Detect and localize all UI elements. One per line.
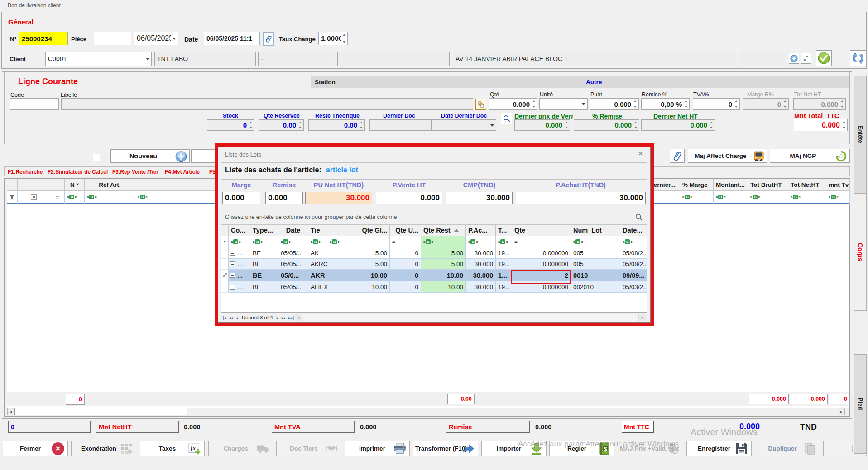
lots-grid-cell[interactable]: 05/05/...	[278, 259, 308, 270]
lots-grid-cell[interactable]: BE	[250, 248, 278, 259]
nav-prev-icon[interactable]: ◂	[236, 315, 238, 320]
main-grid-header[interactable]: mnt Tva	[826, 179, 850, 191]
lots-grid-header[interactable]: Date...	[620, 225, 647, 236]
lot-field-value[interactable]: 30.000	[446, 192, 513, 204]
attach-line-button[interactable]	[670, 149, 685, 163]
lots-grid-cell[interactable]: BE	[250, 270, 278, 281]
lots-grid-cell[interactable]: 30.000	[466, 270, 496, 281]
lots-grid-header[interactable]: Date	[278, 225, 308, 236]
lots-grid-cell[interactable]: 19...	[496, 281, 512, 293]
toolbar-button-fermer[interactable]: Fermer×	[3, 441, 68, 456]
lots-grid-cell[interactable]: 0.000000	[512, 259, 571, 270]
tab-general[interactable]: Géneral	[4, 14, 38, 29]
expand-icon[interactable]	[230, 285, 235, 290]
lots-grid-cell[interactable]: 30.000	[466, 248, 496, 259]
unite-field[interactable]	[539, 98, 588, 110]
lots-grid-cell[interactable]: 0	[390, 248, 421, 259]
lots-grid-cell[interactable]: 005	[571, 259, 620, 270]
lots-grid-filter-cell[interactable]: aBc	[620, 236, 647, 248]
nav-first-icon[interactable]: |◂	[223, 315, 226, 320]
datetime-field[interactable]: 06/05/2025 11:1	[204, 32, 260, 45]
scroll-thumb[interactable]	[14, 408, 187, 415]
expand-icon[interactable]	[230, 251, 235, 256]
lots-grid-filter-cell[interactable]: aBc	[250, 236, 278, 248]
lots-grid-cell[interactable]: 5.00	[421, 248, 466, 259]
lots-grid-header[interactable]: Num_Lot	[571, 225, 620, 236]
lots-grid-cell[interactable]: 10.00	[421, 270, 466, 281]
lots-grid-header[interactable]: Co...	[229, 225, 250, 236]
tva-field[interactable]: 0	[693, 98, 740, 110]
tab-pied[interactable]: Pied	[854, 354, 867, 454]
toolbar-button-regler[interactable]: Regler$	[549, 441, 614, 456]
lots-article-link[interactable]: article lot	[326, 166, 358, 174]
spinner[interactable]	[633, 100, 638, 109]
main-grid-filter-cell[interactable]	[18, 191, 50, 204]
num-field[interactable]: 25000234	[19, 32, 68, 45]
tab-corps[interactable]: Corps	[854, 193, 867, 311]
lots-grid-expand-cell[interactable]: ...	[229, 270, 250, 281]
main-grid-header[interactable]: N °	[65, 179, 85, 191]
lots-grid-cell[interactable]: 2	[512, 270, 571, 281]
lots-grid-filter-cell[interactable]: aBc	[278, 236, 308, 248]
nav-next-page-icon[interactable]: ▸▸	[282, 315, 286, 320]
lots-grid-cell[interactable]: 10.00	[327, 270, 390, 281]
lots-grid-cell[interactable]: AKR	[308, 270, 327, 281]
lots-grid-filter-cell[interactable]: aBc	[327, 236, 390, 248]
lots-grid-header[interactable]: T...	[496, 225, 512, 236]
lots-grid-cell[interactable]: 30.000	[466, 281, 496, 293]
lots-grid-cell[interactable]: 1...	[496, 270, 512, 281]
main-grid-header[interactable]: Réf Art.	[85, 179, 135, 191]
toolbar-button-exon-ration[interactable]: Exonération	[71, 441, 136, 456]
modifier-button[interactable]	[191, 149, 218, 163]
lots-grid-filter-cell[interactable]: aBc	[421, 236, 466, 248]
toolbar-button-doc-tiers[interactable]: Doc Tiers	[276, 441, 341, 456]
modal-scroll-track[interactable]	[302, 314, 639, 321]
lots-grid-cell[interactable]: 5.00	[327, 248, 390, 259]
scroll-left-button[interactable]: ◂	[7, 408, 14, 415]
lots-grid-cell[interactable]: 05/05/...	[278, 248, 308, 259]
code-field[interactable]	[10, 98, 59, 110]
lots-grid-cell[interactable]: AK	[308, 248, 327, 259]
lots-grid-filter-cell[interactable]: aBc	[308, 236, 327, 248]
lots-grid-cell[interactable]: 05/0...	[278, 270, 308, 281]
expand-icon[interactable]	[230, 261, 235, 266]
nav-next-icon[interactable]: ▸	[277, 315, 279, 320]
lots-grid-cell[interactable]: 05/05/...	[278, 281, 308, 293]
lots-grid-cell[interactable]: 10.00	[421, 281, 466, 293]
close-icon[interactable]: ×	[638, 149, 643, 158]
lots-grid-cell[interactable]: 0	[390, 270, 421, 281]
main-grid-filter-cell[interactable]: aBc	[714, 191, 748, 204]
main-grid-filter-cell[interactable]: aBc	[826, 191, 850, 204]
chevron-down-icon[interactable]	[490, 124, 494, 127]
lots-grid-filter-cell[interactable]: aBc	[229, 236, 250, 248]
main-grid-filter-cell[interactable]: aBc	[788, 191, 826, 204]
tab-autre[interactable]: Autre	[582, 76, 849, 88]
attach-button[interactable]	[263, 32, 274, 46]
lots-grid-cell[interactable]: 05/03/2...	[620, 281, 647, 293]
tab-station[interactable]: Station	[311, 76, 582, 88]
main-grid-filter-cell[interactable]: aBc	[85, 191, 135, 204]
search-price-button[interactable]	[501, 113, 512, 124]
qte-field[interactable]: 0.000	[489, 98, 537, 110]
lots-grid-expand-cell[interactable]: ...	[229, 259, 250, 270]
lot-field-value[interactable]: 0.000	[265, 192, 303, 204]
nouveau-button[interactable]: Nouveau	[110, 149, 190, 163]
chevron-down-icon[interactable]	[173, 38, 176, 40]
lot-field-value[interactable]: 0.000	[222, 192, 260, 204]
lots-grid-header[interactable]: Tie	[308, 225, 327, 236]
lots-grid-cell[interactable]: 0.000000	[512, 281, 571, 293]
lots-grid-cell[interactable]: 005	[571, 248, 620, 259]
lots-grid-filter-cell[interactable]: aBc	[466, 236, 496, 248]
search-icon[interactable]	[635, 214, 643, 221]
client-code-field[interactable]: C0001	[45, 52, 152, 66]
toolbar-button-dupliquer[interactable]: Dupliquer	[755, 441, 820, 456]
spinner[interactable]	[841, 120, 846, 130]
lots-grid-cell[interactable]: 0	[390, 259, 421, 270]
lots-grid-filter-cell[interactable]: aBc	[571, 236, 620, 248]
main-grid-header[interactable]: % Marge	[680, 179, 714, 191]
lots-grid-cell[interactable]: 0010	[571, 270, 620, 281]
validate-client-button[interactable]	[816, 50, 832, 66]
main-grid-header[interactable]	[7, 179, 18, 191]
lots-grid-cell[interactable]: 05/08/2...	[620, 259, 647, 270]
toolbar-button-importer[interactable]: Importer	[481, 441, 547, 456]
